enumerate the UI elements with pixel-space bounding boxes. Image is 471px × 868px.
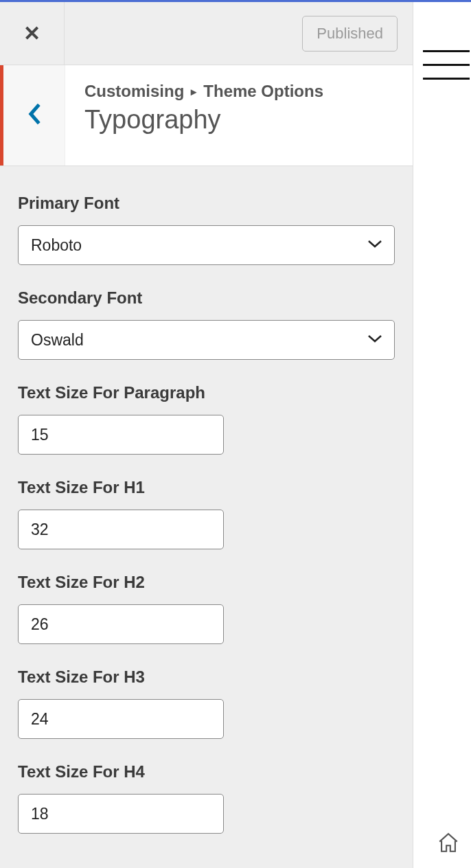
preview-area <box>413 2 471 868</box>
customizer-panel: ✕ Published Customising ▸ Theme Options <box>0 2 413 868</box>
hamburger-menu-button[interactable] <box>423 50 471 80</box>
back-button[interactable] <box>3 65 65 165</box>
primary-font-select[interactable]: Roboto <box>18 225 395 265</box>
hamburger-icon <box>423 50 470 52</box>
close-button[interactable]: ✕ <box>0 2 65 65</box>
h3-size-label: Text Size For H3 <box>18 667 395 687</box>
h2-size-input[interactable] <box>18 604 224 644</box>
h1-size-input[interactable] <box>18 510 224 549</box>
breadcrumb-root: Customising <box>84 82 184 101</box>
primary-font-label: Primary Font <box>18 194 395 213</box>
primary-font-group: Primary Font Roboto <box>18 194 395 265</box>
h1-size-label: Text Size For H1 <box>18 478 395 497</box>
h2-size-label: Text Size For H2 <box>18 573 395 592</box>
toolbar: ✕ Published <box>0 2 413 65</box>
hamburger-icon <box>423 64 470 66</box>
h2-size-group: Text Size For H2 <box>18 573 395 644</box>
h4-size-group: Text Size For H4 <box>18 762 395 834</box>
close-icon: ✕ <box>23 23 41 44</box>
h3-size-group: Text Size For H3 <box>18 667 395 739</box>
home-button[interactable] <box>437 831 460 857</box>
breadcrumb: Customising ▸ Theme Options <box>84 82 393 101</box>
paragraph-size-label: Text Size For Paragraph <box>18 383 395 402</box>
paragraph-size-group: Text Size For Paragraph <box>18 383 395 455</box>
section-header: Customising ▸ Theme Options Typography <box>0 65 413 166</box>
h4-size-label: Text Size For H4 <box>18 762 395 781</box>
secondary-font-select[interactable]: Oswald <box>18 320 395 360</box>
hamburger-icon <box>423 78 470 80</box>
publish-label: Published <box>317 25 383 42</box>
paragraph-size-input[interactable] <box>18 415 224 455</box>
home-icon <box>437 831 460 854</box>
secondary-font-label: Secondary Font <box>18 288 395 308</box>
h1-size-group: Text Size For H1 <box>18 478 395 549</box>
secondary-font-group: Secondary Font Oswald <box>18 288 395 360</box>
chevron-left-icon <box>27 102 42 128</box>
breadcrumb-arrow-icon: ▸ <box>191 85 196 98</box>
controls-area: Primary Font Roboto Secondary Font <box>0 166 413 868</box>
section-title: Typography <box>84 105 393 135</box>
breadcrumb-section: Theme Options <box>203 82 323 101</box>
h3-size-input[interactable] <box>18 699 224 739</box>
publish-button[interactable]: Published <box>302 16 398 52</box>
h4-size-input[interactable] <box>18 794 224 834</box>
